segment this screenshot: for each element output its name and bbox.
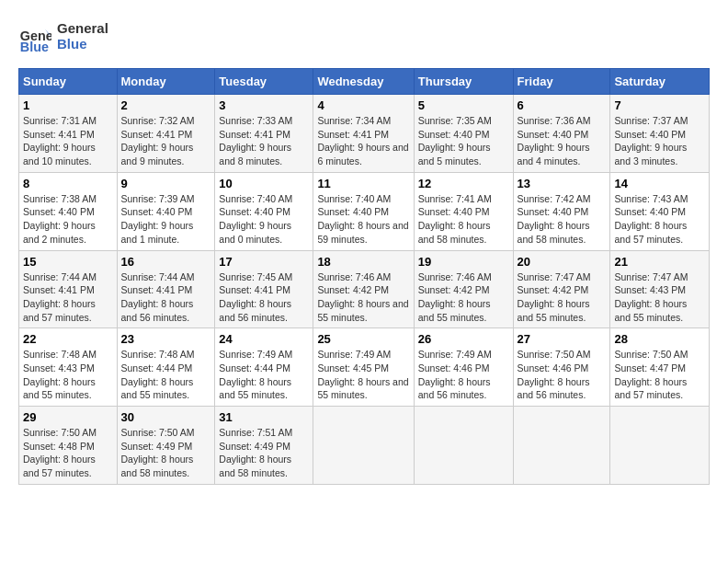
- calendar-cell: 2Sunrise: 7:32 AMSunset: 4:41 PMDaylight…: [117, 95, 215, 173]
- calendar-cell: 22Sunrise: 7:48 AMSunset: 4:43 PMDayligh…: [19, 328, 118, 407]
- day-number: 7: [614, 98, 705, 112]
- day-info: Sunrise: 7:49 AMSunset: 4:45 PMDaylight:…: [317, 348, 409, 402]
- week-row-2: 8Sunrise: 7:38 AMSunset: 4:40 PMDaylight…: [19, 172, 710, 250]
- day-info: Sunrise: 7:51 AMSunset: 4:49 PMDaylight:…: [219, 426, 309, 480]
- calendar-cell: 30Sunrise: 7:50 AMSunset: 4:49 PMDayligh…: [117, 407, 215, 485]
- day-info: Sunrise: 7:31 AMSunset: 4:41 PMDaylight:…: [23, 114, 113, 168]
- calendar-cell: 11Sunrise: 7:40 AMSunset: 4:40 PMDayligh…: [313, 172, 414, 250]
- week-row-1: 1Sunrise: 7:31 AMSunset: 4:41 PMDaylight…: [19, 95, 710, 173]
- day-number: 22: [23, 332, 113, 346]
- calendar-cell: 9Sunrise: 7:39 AMSunset: 4:40 PMDaylight…: [117, 172, 215, 250]
- day-info: Sunrise: 7:36 AMSunset: 4:40 PMDaylight:…: [518, 114, 607, 168]
- week-row-3: 15Sunrise: 7:44 AMSunset: 4:41 PMDayligh…: [19, 250, 710, 328]
- calendar-cell: 6Sunrise: 7:36 AMSunset: 4:40 PMDaylight…: [513, 95, 610, 173]
- day-number: 15: [23, 255, 113, 269]
- calendar-cell: 23Sunrise: 7:48 AMSunset: 4:44 PMDayligh…: [117, 328, 215, 407]
- svg-text:General: General: [57, 20, 108, 36]
- calendar-cell: 21Sunrise: 7:47 AMSunset: 4:43 PMDayligh…: [610, 250, 710, 328]
- day-number: 27: [518, 332, 607, 346]
- day-number: 28: [614, 332, 705, 346]
- svg-text:Blue: Blue: [20, 40, 49, 54]
- day-info: Sunrise: 7:40 AMSunset: 4:40 PMDaylight:…: [219, 192, 309, 247]
- calendar-cell: 10Sunrise: 7:40 AMSunset: 4:40 PMDayligh…: [215, 172, 313, 250]
- day-info: Sunrise: 7:48 AMSunset: 4:44 PMDaylight:…: [121, 348, 211, 402]
- day-info: Sunrise: 7:41 AMSunset: 4:40 PMDaylight:…: [418, 192, 509, 247]
- day-number: 16: [121, 255, 211, 269]
- day-number: 23: [121, 332, 211, 346]
- logo: General Blue General Blue: [18, 18, 140, 59]
- day-info: Sunrise: 7:38 AMSunset: 4:40 PMDaylight:…: [23, 192, 113, 247]
- day-info: Sunrise: 7:50 AMSunset: 4:48 PMDaylight:…: [23, 426, 113, 480]
- day-number: 17: [219, 255, 309, 269]
- col-header-monday: Monday: [117, 69, 215, 95]
- day-info: Sunrise: 7:50 AMSunset: 4:46 PMDaylight:…: [518, 348, 607, 402]
- day-info: Sunrise: 7:44 AMSunset: 4:41 PMDaylight:…: [23, 270, 113, 325]
- day-number: 14: [614, 177, 705, 190]
- day-info: Sunrise: 7:47 AMSunset: 4:42 PMDaylight:…: [518, 270, 607, 325]
- calendar-cell: 27Sunrise: 7:50 AMSunset: 4:46 PMDayligh…: [513, 328, 610, 407]
- day-number: 18: [317, 255, 409, 269]
- day-number: 31: [219, 410, 309, 424]
- calendar-cell: 8Sunrise: 7:38 AMSunset: 4:40 PMDaylight…: [19, 172, 118, 250]
- calendar-cell: 28Sunrise: 7:50 AMSunset: 4:47 PMDayligh…: [610, 328, 710, 407]
- col-header-friday: Friday: [513, 69, 610, 95]
- calendar-cell: 31Sunrise: 7:51 AMSunset: 4:49 PMDayligh…: [215, 407, 313, 485]
- day-info: Sunrise: 7:39 AMSunset: 4:40 PMDaylight:…: [121, 192, 211, 247]
- calendar-cell: 3Sunrise: 7:33 AMSunset: 4:41 PMDaylight…: [215, 95, 313, 173]
- calendar-cell: [610, 407, 710, 485]
- day-info: Sunrise: 7:50 AMSunset: 4:49 PMDaylight:…: [121, 426, 211, 480]
- col-header-thursday: Thursday: [414, 69, 513, 95]
- calendar-cell: 7Sunrise: 7:37 AMSunset: 4:40 PMDaylight…: [610, 95, 710, 173]
- calendar-cell: 15Sunrise: 7:44 AMSunset: 4:41 PMDayligh…: [19, 250, 118, 328]
- calendar-cell: [513, 407, 610, 485]
- calendar-cell: [414, 407, 513, 485]
- day-number: 9: [121, 177, 211, 190]
- calendar-cell: 1Sunrise: 7:31 AMSunset: 4:41 PMDaylight…: [19, 95, 118, 173]
- day-number: 21: [614, 255, 705, 269]
- calendar-cell: 26Sunrise: 7:49 AMSunset: 4:46 PMDayligh…: [414, 328, 513, 407]
- week-row-4: 22Sunrise: 7:48 AMSunset: 4:43 PMDayligh…: [19, 328, 710, 407]
- day-number: 19: [418, 255, 509, 269]
- calendar-cell: 17Sunrise: 7:45 AMSunset: 4:41 PMDayligh…: [215, 250, 313, 328]
- col-header-sunday: Sunday: [19, 69, 118, 95]
- calendar-cell: 5Sunrise: 7:35 AMSunset: 4:40 PMDaylight…: [414, 95, 513, 173]
- day-info: Sunrise: 7:45 AMSunset: 4:41 PMDaylight:…: [219, 270, 309, 325]
- day-info: Sunrise: 7:49 AMSunset: 4:46 PMDaylight:…: [418, 348, 509, 402]
- calendar-table: SundayMondayTuesdayWednesdayThursdayFrid…: [18, 68, 710, 485]
- calendar-cell: 19Sunrise: 7:46 AMSunset: 4:42 PMDayligh…: [414, 250, 513, 328]
- calendar-cell: 25Sunrise: 7:49 AMSunset: 4:45 PMDayligh…: [313, 328, 414, 407]
- day-info: Sunrise: 7:50 AMSunset: 4:47 PMDaylight:…: [614, 348, 705, 402]
- day-info: Sunrise: 7:32 AMSunset: 4:41 PMDaylight:…: [121, 114, 211, 168]
- calendar-cell: [313, 407, 414, 485]
- col-header-tuesday: Tuesday: [215, 69, 313, 95]
- calendar-cell: 18Sunrise: 7:46 AMSunset: 4:42 PMDayligh…: [313, 250, 414, 328]
- day-number: 11: [317, 177, 409, 190]
- col-header-saturday: Saturday: [610, 69, 710, 95]
- day-number: 29: [23, 410, 113, 424]
- day-number: 30: [121, 410, 211, 424]
- day-number: 13: [518, 177, 607, 190]
- calendar-cell: 14Sunrise: 7:43 AMSunset: 4:40 PMDayligh…: [610, 172, 710, 250]
- day-number: 20: [518, 255, 607, 269]
- logo-icon: General Blue: [18, 22, 51, 55]
- day-info: Sunrise: 7:43 AMSunset: 4:40 PMDaylight:…: [614, 192, 705, 247]
- day-number: 3: [219, 98, 309, 112]
- week-row-5: 29Sunrise: 7:50 AMSunset: 4:48 PMDayligh…: [19, 407, 710, 485]
- calendar-cell: 13Sunrise: 7:42 AMSunset: 4:40 PMDayligh…: [513, 172, 610, 250]
- day-info: Sunrise: 7:33 AMSunset: 4:41 PMDaylight:…: [219, 114, 309, 168]
- day-info: Sunrise: 7:46 AMSunset: 4:42 PMDaylight:…: [418, 270, 509, 325]
- day-number: 4: [317, 98, 409, 112]
- day-info: Sunrise: 7:34 AMSunset: 4:41 PMDaylight:…: [317, 114, 409, 168]
- day-info: Sunrise: 7:44 AMSunset: 4:41 PMDaylight:…: [121, 270, 211, 325]
- day-number: 25: [317, 332, 409, 346]
- day-info: Sunrise: 7:46 AMSunset: 4:42 PMDaylight:…: [317, 270, 409, 325]
- day-info: Sunrise: 7:37 AMSunset: 4:40 PMDaylight:…: [614, 114, 705, 168]
- day-number: 10: [219, 177, 309, 190]
- day-info: Sunrise: 7:49 AMSunset: 4:44 PMDaylight:…: [219, 348, 309, 402]
- day-number: 24: [219, 332, 309, 346]
- day-info: Sunrise: 7:47 AMSunset: 4:43 PMDaylight:…: [614, 270, 705, 325]
- svg-marker-5: [129, 20, 138, 31]
- calendar-cell: 20Sunrise: 7:47 AMSunset: 4:42 PMDayligh…: [513, 250, 610, 328]
- calendar-cell: 16Sunrise: 7:44 AMSunset: 4:41 PMDayligh…: [117, 250, 215, 328]
- day-info: Sunrise: 7:42 AMSunset: 4:40 PMDaylight:…: [518, 192, 607, 247]
